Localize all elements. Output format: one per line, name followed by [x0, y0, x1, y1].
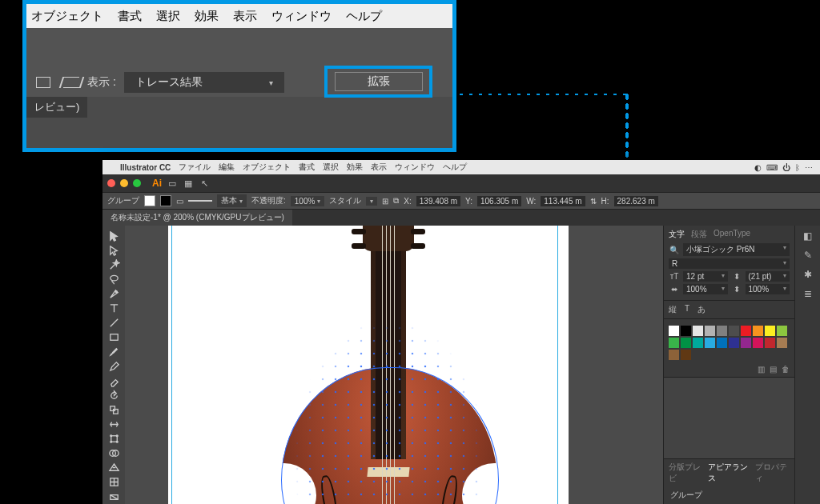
touch-type-icon[interactable]: T	[685, 304, 689, 315]
x-value[interactable]: 139.408 m	[416, 196, 460, 206]
link-icon[interactable]: ⇅	[590, 197, 597, 206]
delete-swatch-icon[interactable]: 🗑	[782, 365, 790, 374]
document-tab[interactable]: レビュー)	[26, 97, 87, 118]
swatch[interactable]	[693, 338, 703, 348]
y-value[interactable]: 106.305 m	[477, 196, 521, 206]
tab-paragraph[interactable]: 段落	[691, 229, 707, 240]
magic-wand-tool[interactable]	[102, 258, 125, 272]
app-name-menu[interactable]: Illustrator CC	[120, 163, 171, 172]
bridge-icon[interactable]: ▭	[167, 178, 178, 189]
h-scale-field[interactable]: 100%	[683, 284, 728, 294]
menu-select-full[interactable]: 選択	[323, 162, 339, 173]
rotate-tool[interactable]	[102, 388, 125, 402]
gradient-tool[interactable]	[102, 490, 125, 504]
opacity-select[interactable]: 100%	[291, 196, 325, 206]
swatch-icon[interactable]	[36, 77, 50, 88]
document-tab-full[interactable]: 名称未設定-1* @ 200% (CMYK/GPUプレビュー)	[102, 210, 292, 226]
free-transform-tool[interactable]	[102, 432, 125, 446]
swatch[interactable]	[741, 338, 751, 348]
swatch[interactable]	[753, 338, 763, 348]
tab-character[interactable]: 文字	[669, 229, 685, 240]
line-tool[interactable]	[102, 316, 125, 330]
menu-effect[interactable]: 効果	[195, 9, 219, 24]
scale-tool[interactable]	[102, 402, 125, 417]
swatch[interactable]	[765, 338, 775, 348]
swatch[interactable]	[669, 350, 679, 360]
tab-properties[interactable]: プロパティ	[755, 462, 790, 484]
swatch[interactable]	[705, 338, 715, 348]
leading-field[interactable]: (21 pt)	[746, 271, 790, 282]
swatch[interactable]	[777, 326, 787, 336]
glyph-icon[interactable]: あ	[697, 304, 705, 315]
canvas[interactable]	[125, 226, 663, 504]
swatch[interactable]	[717, 326, 727, 336]
view-mode-select[interactable]: トレース結果 ▾	[124, 72, 284, 93]
vertical-text-icon[interactable]: 縦	[669, 304, 677, 315]
stroke-profile-select[interactable]: 基本	[217, 194, 247, 207]
paragraph-icon[interactable]	[63, 77, 79, 88]
menu-effect-full[interactable]: 効果	[347, 162, 363, 173]
eraser-tool[interactable]	[102, 374, 125, 388]
width-tool[interactable]	[102, 417, 125, 431]
font-size-field[interactable]: 12 pt	[683, 271, 728, 282]
stroke-swatch[interactable]	[160, 195, 171, 206]
font-family-select[interactable]: 小塚ゴシック Pr6N	[683, 243, 790, 256]
style-select[interactable]	[366, 197, 377, 206]
w-value[interactable]: 113.445 m	[541, 196, 585, 206]
swatch[interactable]	[741, 326, 751, 336]
swatch[interactable]	[765, 326, 775, 336]
fill-swatch[interactable]	[144, 195, 155, 206]
expand-button[interactable]: 拡張	[335, 72, 423, 91]
swatch[interactable]	[729, 338, 739, 348]
menu-window-full[interactable]: ウィンドウ	[395, 162, 435, 173]
shape-builder-tool[interactable]	[102, 446, 125, 461]
new-swatch-icon[interactable]: ▤	[770, 365, 777, 374]
menu-object[interactable]: オブジェクト	[31, 9, 103, 24]
swatch[interactable]	[729, 326, 739, 336]
menu-view[interactable]: 表示	[233, 9, 257, 24]
dock-stroke-icon[interactable]: ≣	[804, 288, 812, 299]
arrange-icon[interactable]: ▦	[183, 178, 194, 189]
h-value[interactable]: 282.623 m	[614, 196, 658, 206]
menu-edit[interactable]: 編集	[219, 162, 235, 173]
menu-select[interactable]: 選択	[156, 9, 180, 24]
menu-file[interactable]: ファイル	[179, 162, 211, 173]
paintbrush-tool[interactable]	[102, 345, 125, 359]
swatch[interactable]	[753, 326, 763, 336]
swatch[interactable]	[693, 326, 703, 336]
mesh-tool[interactable]	[102, 475, 125, 490]
dock-brushes-icon[interactable]: ✎	[804, 250, 812, 261]
menu-type[interactable]: 書式	[118, 9, 142, 24]
swatch[interactable]	[705, 326, 715, 336]
violin-artwork[interactable]	[265, 226, 513, 504]
swatch[interactable]	[669, 338, 679, 348]
selection-tool[interactable]	[102, 229, 125, 243]
v-scale-field[interactable]: 100%	[746, 284, 790, 294]
pencil-tool[interactable]	[102, 359, 125, 374]
menu-view-full[interactable]: 表示	[371, 162, 387, 173]
type-tool[interactable]	[102, 302, 125, 316]
window-traffic-lights[interactable]	[107, 179, 141, 187]
menu-type-full[interactable]: 書式	[299, 162, 315, 173]
menu-window[interactable]: ウィンドウ	[271, 9, 332, 24]
rectangle-tool[interactable]	[102, 330, 125, 345]
dock-color-icon[interactable]: ◧	[803, 230, 812, 242]
swatch[interactable]	[777, 338, 787, 348]
swatch[interactable]	[681, 326, 691, 336]
swatch[interactable]	[717, 338, 727, 348]
menu-help-full[interactable]: ヘルプ	[443, 162, 467, 173]
tab-separations[interactable]: 分版プレビ	[669, 462, 703, 484]
tab-opentype[interactable]: OpenType	[713, 229, 750, 240]
dock-symbols-icon[interactable]: ✱	[804, 269, 812, 280]
tab-appearance[interactable]: アピアランス	[708, 462, 750, 484]
stroke-weight-icon[interactable]: ▭	[176, 197, 183, 206]
menu-help[interactable]: ヘルプ	[346, 9, 382, 24]
pen-tool[interactable]	[102, 286, 125, 301]
swatch[interactable]	[681, 338, 691, 348]
lasso-tool[interactable]	[102, 272, 125, 286]
direct-selection-tool[interactable]	[102, 243, 125, 258]
swatch[interactable]	[669, 326, 679, 336]
cursor-icon[interactable]: ↖	[199, 178, 210, 189]
align-icon[interactable]: ⊞	[382, 197, 388, 206]
transform-icon[interactable]: ⧉	[393, 196, 399, 206]
